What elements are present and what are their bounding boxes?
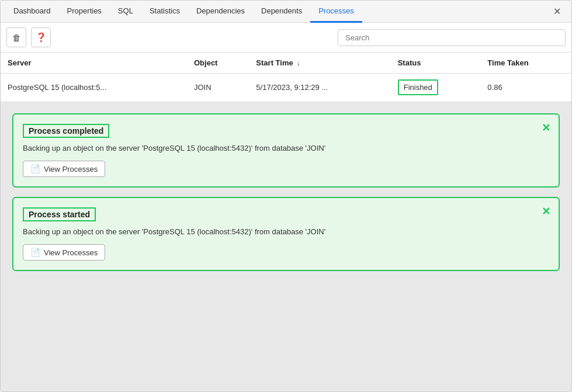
col-object: Object [187, 53, 249, 74]
tab-statistics[interactable]: Statistics [141, 1, 188, 23]
table-container: Server Object Start Time ↓ Status Time T… [1, 53, 571, 102]
notification-started: Process started ✕ Backing up an object o… [12, 197, 560, 271]
toolbar: 🗑 ❓ [1, 23, 571, 53]
notification-completed-title: Process completed [23, 124, 109, 138]
document-icon-1: 📄 [30, 164, 40, 174]
view-processes-label-1: View Processes [44, 165, 98, 174]
tab-dependencies[interactable]: Dependencies [188, 1, 253, 23]
notification-completed-message: Backing up an object on the server 'Post… [23, 144, 549, 152]
table-row: PostgreSQL 15 (localhost:5... JOIN 5/17/… [1, 74, 571, 102]
main-content: Process completed ✕ Backing up an object… [1, 102, 571, 391]
tab-bar: Dashboard Properties SQL Statistics Depe… [1, 1, 571, 23]
sort-icon: ↓ [297, 60, 300, 67]
help-button[interactable]: ❓ [31, 27, 51, 47]
tab-properties[interactable]: Properties [59, 1, 110, 23]
view-processes-label-2: View Processes [44, 248, 98, 257]
status-badge: Finished [398, 79, 438, 95]
col-status: Status [391, 53, 481, 74]
cell-time-taken: 0.86 [480, 74, 571, 102]
view-processes-button-2[interactable]: 📄 View Processes [23, 244, 105, 261]
notification-completed-close[interactable]: ✕ [542, 123, 550, 133]
notification-started-close[interactable]: ✕ [542, 206, 550, 217]
tab-dependents[interactable]: Dependents [253, 1, 310, 23]
tab-processes[interactable]: Processes [310, 1, 362, 23]
cell-status: Finished [391, 74, 481, 102]
notification-started-title: Process started [23, 207, 96, 221]
cell-object: JOIN [187, 74, 249, 102]
col-time-taken: Time Taken [480, 53, 571, 74]
tab-dashboard[interactable]: Dashboard [5, 1, 59, 23]
tab-sql[interactable]: SQL [110, 1, 141, 23]
notification-started-message: Backing up an object on the server 'Post… [23, 227, 549, 236]
window-close-button[interactable]: ✕ [547, 1, 567, 22]
col-start-time[interactable]: Start Time ↓ [249, 53, 390, 74]
col-server: Server [1, 53, 187, 74]
delete-button[interactable]: 🗑 [6, 27, 26, 47]
cell-start-time: 5/17/2023, 9:12:29 ... [249, 74, 390, 102]
search-input[interactable] [338, 29, 566, 46]
view-processes-button-1[interactable]: 📄 View Processes [23, 161, 105, 177]
cell-server: PostgreSQL 15 (localhost:5... [1, 74, 187, 102]
document-icon-2: 📄 [30, 248, 40, 257]
processes-table: Server Object Start Time ↓ Status Time T… [1, 53, 571, 102]
main-window: Dashboard Properties SQL Statistics Depe… [0, 0, 572, 392]
notification-completed: Process completed ✕ Backing up an object… [12, 113, 560, 188]
